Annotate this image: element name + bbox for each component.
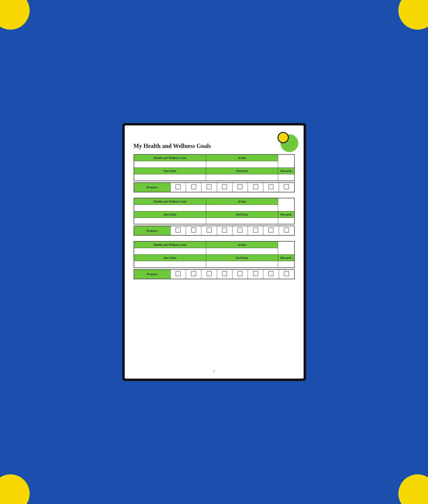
end-header-2: End Date (206, 211, 278, 218)
checkbox-1-2[interactable] (186, 183, 201, 192)
rewards-header-3: Rewards (278, 255, 294, 261)
action-header-2: Action (206, 198, 278, 205)
rewards-header-1: Rewards (278, 168, 294, 174)
checkbox-1-4[interactable] (217, 183, 232, 192)
checkbox-2-8[interactable] (279, 226, 294, 235)
checkbox-2-3[interactable] (201, 226, 217, 235)
action-header-3: Action (206, 241, 278, 248)
end-header-3: End Date (206, 255, 278, 261)
progress-table-3: Progress (134, 269, 295, 279)
goal-header-2: Health and Wellness Goal (134, 198, 206, 205)
page-content: My Health and Wellness Goals Health and … (125, 125, 304, 379)
goal-table-1: Health and Wellness Goal Action Start Da… (134, 154, 295, 181)
end-header-1: End Date (206, 168, 278, 174)
start-value-3[interactable] (134, 261, 206, 268)
action-value-1[interactable] (206, 161, 278, 168)
progress-label-1: Progress (134, 183, 171, 192)
goal-table-2: Health and Wellness Goal Action Start Da… (134, 198, 295, 225)
end-value-3[interactable] (206, 261, 278, 268)
goal-table-3: Health and Wellness Goal Action Start Da… (134, 241, 295, 268)
checkbox-1-8[interactable] (279, 183, 294, 192)
action-header-1: Action (206, 154, 278, 161)
start-value-1[interactable] (134, 174, 206, 181)
goal-header-3: Health and Wellness Goal (134, 241, 206, 248)
checkbox-3-7[interactable] (263, 269, 279, 279)
page-title: My Health and Wellness Goals (134, 143, 295, 149)
progress-table-2: Progress (134, 226, 295, 236)
checkbox-3-3[interactable] (201, 269, 217, 279)
logo (278, 131, 298, 151)
goal-section-1: Health and Wellness Goal Action Start Da… (134, 154, 295, 192)
corner-decoration-tl (0, 0, 30, 30)
progress-table-1: Progress (134, 182, 295, 192)
start-header-2: Start Date (134, 211, 206, 218)
end-value-1[interactable] (206, 174, 278, 181)
rewards-value-2[interactable] (278, 218, 294, 224)
checkbox-3-8[interactable] (279, 269, 294, 279)
end-value-2[interactable] (206, 218, 278, 224)
rewards-value-1[interactable] (278, 174, 294, 181)
checkbox-1-5[interactable] (232, 183, 248, 192)
checkbox-1-7[interactable] (263, 183, 279, 192)
document-frame: My Health and Wellness Goals Health and … (122, 123, 306, 381)
goal-header-1: Health and Wellness Goal (134, 154, 206, 161)
rewards-header-2: Rewards (278, 211, 294, 218)
corner-decoration-br (398, 474, 428, 504)
goal-section-3: Health and Wellness Goal Action Start Da… (134, 241, 295, 279)
checkbox-2-1[interactable] (170, 226, 186, 235)
action-value-3[interactable] (206, 248, 278, 255)
goal-value-2[interactable] (134, 205, 206, 211)
checkbox-3-1[interactable] (170, 269, 186, 279)
checkbox-3-6[interactable] (248, 269, 263, 279)
goal-section-2: Health and Wellness Goal Action Start Da… (134, 198, 295, 236)
checkbox-3-2[interactable] (186, 269, 201, 279)
start-header-1: Start Date (134, 168, 206, 174)
progress-label-3: Progress (134, 269, 171, 279)
checkbox-3-5[interactable] (232, 269, 248, 279)
goal-value-1[interactable] (134, 161, 206, 168)
checkbox-2-7[interactable] (263, 226, 279, 235)
page-number: 3 (134, 366, 295, 373)
progress-label-2: Progress (134, 226, 171, 235)
start-header-3: Start Date (134, 255, 206, 261)
corner-decoration-bl (0, 474, 30, 504)
corner-decoration-tr (398, 0, 428, 30)
logo-yellow-circle (278, 132, 289, 143)
checkbox-1-1[interactable] (170, 183, 186, 192)
checkbox-2-6[interactable] (248, 226, 263, 235)
checkbox-1-3[interactable] (201, 183, 217, 192)
checkbox-2-4[interactable] (217, 226, 232, 235)
rewards-value-3[interactable] (278, 261, 294, 268)
start-value-2[interactable] (134, 218, 206, 224)
checkbox-2-2[interactable] (186, 226, 201, 235)
goal-value-3[interactable] (134, 248, 206, 255)
checkbox-2-5[interactable] (232, 226, 248, 235)
checkbox-1-6[interactable] (248, 183, 263, 192)
checkbox-3-4[interactable] (217, 269, 232, 279)
action-value-2[interactable] (206, 205, 278, 211)
